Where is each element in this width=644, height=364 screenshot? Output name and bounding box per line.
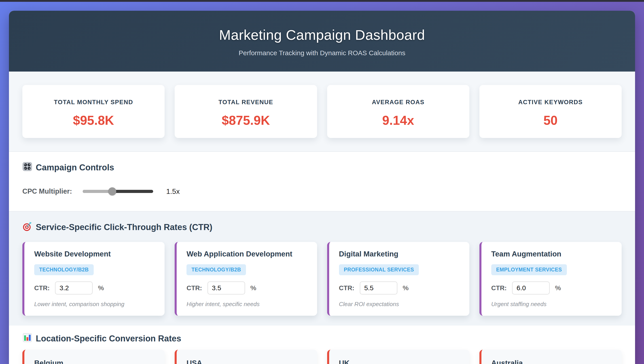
ctr-card-web-application-development: Web Application Development TECHNOLOGY/B… <box>175 242 317 316</box>
service-title: Digital Marketing <box>339 250 460 258</box>
ctr-input-row: CTR: % <box>339 282 460 294</box>
page-subtitle: Performance Tracking with Dynamic ROAS C… <box>238 49 405 57</box>
control-knobs-icon <box>22 162 32 174</box>
service-category-badge: PROFESSIONAL SERVICES <box>339 264 419 275</box>
campaign-controls-heading-label: Campaign Controls <box>36 163 114 172</box>
stat-value: $95.8K <box>27 113 160 128</box>
ctr-section: Service-Specific Click-Through Rates (CT… <box>9 212 635 326</box>
location-title: Belgium <box>34 359 155 364</box>
location-title: Australia <box>491 359 612 364</box>
location-card-australia: Australia <box>480 350 622 364</box>
ctr-input[interactable] <box>208 282 245 294</box>
ctr-card-website-development: Website Development TECHNOLOGY/B2B CTR: … <box>22 242 164 316</box>
stat-label: ACTIVE KEYWORDS <box>484 99 617 106</box>
bar-chart-icon <box>22 333 32 344</box>
percent-unit: % <box>250 284 256 292</box>
percent-unit: % <box>403 284 409 292</box>
ctr-section-heading-label: Service-Specific Click-Through Rates (CT… <box>36 222 212 232</box>
ctr-section-heading: Service-Specific Click-Through Rates (CT… <box>22 222 622 232</box>
ctr-label: CTR: <box>34 284 50 292</box>
service-title: Web Application Development <box>186 250 307 258</box>
cpc-multiplier-value: 1.5x <box>166 187 180 196</box>
slider-fill <box>83 190 112 193</box>
stat-value: $875.9K <box>179 113 312 128</box>
location-title: USA <box>186 359 307 364</box>
service-category-badge: TECHNOLOGY/B2B <box>186 264 246 275</box>
stats-section: TOTAL MONTHLY SPEND $95.8K TOTAL REVENUE… <box>9 72 635 151</box>
service-category-badge: EMPLOYMENT SERVICES <box>491 264 567 275</box>
stat-label: TOTAL MONTHLY SPEND <box>27 99 160 106</box>
ctr-label: CTR: <box>186 284 202 292</box>
window-top-strip <box>0 0 644 2</box>
location-section-heading: Location-Specific Conversion Rates <box>22 333 622 344</box>
service-title: Website Development <box>34 250 155 258</box>
cpc-multiplier-label: CPC Multiplier: <box>22 187 72 196</box>
ctr-card-grid: Website Development TECHNOLOGY/B2B CTR: … <box>22 242 622 316</box>
location-card-usa: USA <box>175 350 317 364</box>
ctr-card-team-augmentation: Team Augmentation EMPLOYMENT SERVICES CT… <box>480 242 622 316</box>
percent-unit: % <box>555 284 561 292</box>
stat-card-total-revenue: TOTAL REVENUE $875.9K <box>175 85 317 138</box>
stat-value: 9.14x <box>332 113 465 128</box>
service-note: Higher intent, specific needs <box>186 301 307 308</box>
service-note: Urgent staffing needs <box>491 301 612 308</box>
ctr-input[interactable] <box>512 282 550 294</box>
cpc-multiplier-slider[interactable] <box>83 185 153 198</box>
service-title: Team Augmentation <box>491 250 612 258</box>
page-title: Marketing Campaign Dashboard <box>219 27 425 43</box>
stat-label: AVERAGE ROAS <box>332 99 465 106</box>
ctr-input[interactable] <box>360 282 397 294</box>
cpc-multiplier-row: CPC Multiplier: 1.5x <box>22 185 622 198</box>
location-card-uk: UK <box>327 350 469 364</box>
dashboard-header: Marketing Campaign Dashboard Performance… <box>9 11 635 72</box>
stat-card-active-keywords: ACTIVE KEYWORDS 50 <box>480 85 622 138</box>
location-title: UK <box>339 359 460 364</box>
target-icon <box>22 221 32 233</box>
campaign-controls-section: Campaign Controls CPC Multiplier: 1.5x <box>9 151 635 212</box>
ctr-input-row: CTR: % <box>34 282 155 294</box>
stat-card-average-roas: AVERAGE ROAS 9.14x <box>327 85 469 138</box>
service-note: Clear ROI expectations <box>339 301 460 308</box>
stat-card-total-monthly-spend: TOTAL MONTHLY SPEND $95.8K <box>22 85 164 138</box>
dashboard-container: Marketing Campaign Dashboard Performance… <box>9 11 635 364</box>
campaign-controls-heading: Campaign Controls <box>22 162 622 173</box>
ctr-input-row: CTR: % <box>186 282 307 294</box>
location-card-grid: Belgium USA UK Australia <box>22 350 622 364</box>
stat-label: TOTAL REVENUE <box>179 99 312 106</box>
ctr-input-row: CTR: % <box>491 282 612 294</box>
stat-value: 50 <box>484 113 617 128</box>
service-category-badge: TECHNOLOGY/B2B <box>34 264 94 275</box>
ctr-card-digital-marketing: Digital Marketing PROFESSIONAL SERVICES … <box>327 242 469 316</box>
ctr-label: CTR: <box>339 284 354 292</box>
location-section-heading-label: Location-Specific Conversion Rates <box>36 334 181 344</box>
ctr-input[interactable] <box>55 282 92 294</box>
location-card-belgium: Belgium <box>22 350 164 364</box>
percent-unit: % <box>98 284 104 292</box>
ctr-label: CTR: <box>491 284 507 292</box>
location-section: Location-Specific Conversion Rates Belgi… <box>9 326 635 364</box>
service-note: Lower intent, comparison shopping <box>34 301 155 308</box>
slider-thumb[interactable] <box>108 187 116 196</box>
